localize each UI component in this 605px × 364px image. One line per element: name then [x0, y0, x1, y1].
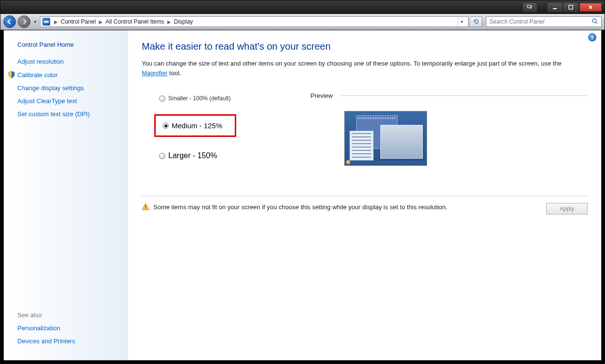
help-icon[interactable]: ?	[588, 33, 596, 41]
control-panel-home-link[interactable]: Control Panel Home	[17, 41, 119, 48]
svg-point-5	[592, 19, 596, 23]
maximize-button[interactable]	[564, 3, 578, 12]
window-frame: ▼ ▶ Control Panel ▶ All Control Panel It…	[0, 0, 605, 364]
minimize-button[interactable]	[548, 3, 562, 12]
address-bar[interactable]: ▶ Control Panel ▶ All Control Panel Item…	[40, 16, 469, 27]
sidebar-link-adjust-resolution[interactable]: Adjust resolution	[17, 58, 119, 65]
sidebar: Control Panel Home Adjust resolution Cal…	[4, 30, 128, 360]
navigation-bar: ▼ ▶ Control Panel ▶ All Control Panel It…	[0, 14, 605, 30]
search-icon[interactable]	[592, 18, 598, 26]
breadcrumb-item[interactable]: Display	[172, 18, 195, 25]
chevron-right-icon: ▶	[53, 19, 59, 25]
svg-rect-2	[569, 5, 573, 9]
sidebar-link-change-display-settings[interactable]: Change display settings	[17, 84, 119, 92]
forward-button[interactable]	[18, 15, 30, 28]
sidebar-link-adjust-cleartype[interactable]: Adjust ClearType text	[17, 97, 119, 105]
radio-label: Medium - 125%	[172, 121, 222, 130]
radio-icon	[162, 122, 169, 129]
radio-label: Smaller - 100% (default)	[168, 95, 230, 102]
shield-icon	[8, 71, 15, 79]
sidebar-link-devices-printers[interactable]: Devices and Printers	[17, 337, 119, 345]
size-options: Smaller - 100% (default) Medium - 125% L…	[142, 92, 310, 181]
page-description: You can change the size of text and othe…	[142, 59, 588, 78]
breadcrumb-item[interactable]: Control Panel	[59, 18, 98, 25]
search-input[interactable]	[489, 18, 592, 25]
chevron-right-icon: ▶	[166, 19, 172, 25]
back-button[interactable]	[3, 15, 16, 28]
sidebar-link-personalization[interactable]: Personalization	[17, 324, 119, 332]
divider	[142, 196, 588, 196]
sidebar-link-calibrate-color[interactable]: Calibrate color	[17, 71, 119, 79]
apply-button[interactable]: Apply	[546, 203, 588, 215]
radio-label: Larger - 150%	[168, 151, 217, 160]
svg-rect-6	[145, 205, 146, 208]
address-dropdown[interactable]: ▾	[457, 17, 466, 27]
radio-smaller[interactable]: Smaller - 100% (default)	[154, 92, 310, 105]
warning-row: Some items may not fit on your screen if…	[142, 203, 588, 215]
close-button[interactable]	[579, 3, 602, 12]
titlebar	[0, 0, 605, 14]
main-panel: ? Make it easier to read what's on your …	[128, 30, 601, 360]
see-also-label: See also	[17, 311, 119, 319]
content-area: Control Panel Home Adjust resolution Cal…	[3, 30, 602, 361]
radio-larger[interactable]: Larger - 150%	[154, 148, 310, 163]
warning-text: Some items may not fit on your screen if…	[153, 203, 546, 212]
titlebar-switch-button[interactable]	[523, 3, 537, 12]
divider	[340, 95, 588, 96]
svg-rect-7	[145, 208, 146, 209]
breadcrumb-item[interactable]: All Control Panel Items	[104, 18, 166, 25]
sidebar-link-custom-text-size[interactable]: Set custom text size (DPI)	[17, 110, 119, 118]
search-box[interactable]	[486, 16, 602, 27]
svg-rect-1	[553, 8, 557, 9]
refresh-button[interactable]	[471, 16, 482, 27]
radio-icon	[159, 153, 165, 159]
radio-medium[interactable]: Medium - 125%	[154, 114, 236, 137]
warning-icon	[142, 203, 149, 211]
magnifier-link[interactable]: Magnifier	[142, 69, 167, 77]
radio-icon	[159, 95, 165, 102]
svg-rect-0	[527, 5, 531, 8]
page-title: Make it easier to read what's on your sc…	[142, 41, 588, 52]
svg-rect-4	[44, 20, 49, 21]
preview-image	[344, 111, 427, 166]
control-panel-icon	[42, 18, 50, 26]
nav-history-dropdown[interactable]: ▼	[32, 15, 38, 28]
chevron-right-icon: ▶	[98, 19, 104, 25]
preview-header: Preview	[310, 92, 588, 99]
